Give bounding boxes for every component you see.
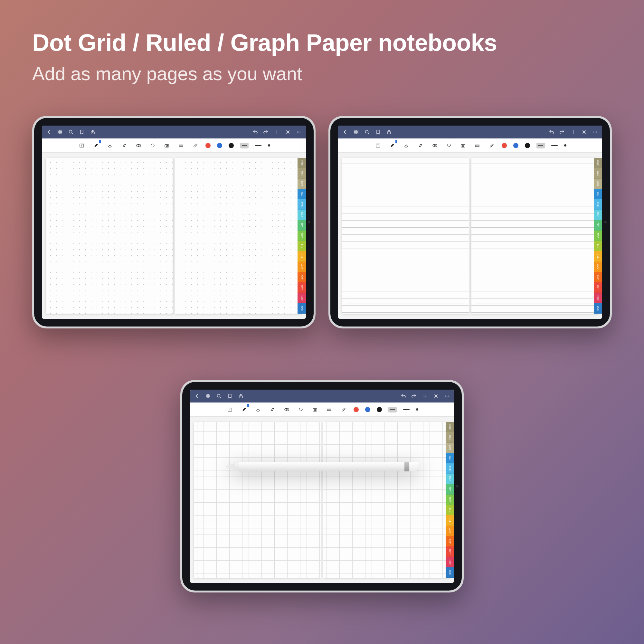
share-icon[interactable] xyxy=(386,129,392,135)
text-box-tool[interactable] xyxy=(226,406,234,413)
stroke-dot[interactable] xyxy=(268,144,270,147)
month-tab-sep[interactable]: SEP xyxy=(298,272,306,282)
month-tab-dec[interactable]: DEC xyxy=(594,303,602,314)
color-black[interactable] xyxy=(229,143,234,148)
ruler-tool[interactable] xyxy=(325,406,333,413)
ruler-tool[interactable] xyxy=(177,142,185,149)
shapes-tool[interactable] xyxy=(431,142,439,149)
add-icon[interactable] xyxy=(571,129,576,135)
redo-icon[interactable] xyxy=(560,129,565,135)
month-tab-oct[interactable]: OCT xyxy=(446,546,454,557)
month-tab-2020[interactable]: 2020 xyxy=(298,158,306,168)
month-tab-feb[interactable]: FEB xyxy=(298,199,306,210)
camera-tool[interactable] xyxy=(459,142,467,149)
camera-tool[interactable] xyxy=(311,406,319,413)
month-tab-may[interactable]: MAY xyxy=(446,495,454,505)
month-tab-dec[interactable]: DEC xyxy=(446,567,454,578)
month-tab-2022[interactable]: 2022 xyxy=(594,179,602,189)
back-icon[interactable] xyxy=(194,393,200,399)
month-tab-2021[interactable]: 2021 xyxy=(298,168,306,178)
pen-tool[interactable] xyxy=(92,142,100,149)
stroke-dot[interactable] xyxy=(564,144,566,147)
highlighter-tool[interactable] xyxy=(417,142,424,149)
month-tab-jun[interactable]: JUN xyxy=(298,241,306,251)
month-tab-nov[interactable]: NOV xyxy=(594,293,602,303)
month-tab-may[interactable]: MAY xyxy=(298,231,306,241)
eraser-tool[interactable] xyxy=(403,142,410,149)
stroke-thin[interactable] xyxy=(403,409,410,410)
month-tab-oct[interactable]: OCT xyxy=(594,282,602,293)
month-tab-jun[interactable]: JUN xyxy=(446,505,454,515)
lasso-tool[interactable] xyxy=(149,142,156,149)
color-black[interactable] xyxy=(525,143,530,148)
thumbnails-icon[interactable] xyxy=(354,129,359,135)
back-icon[interactable] xyxy=(46,129,52,135)
redo-icon[interactable] xyxy=(412,393,417,399)
bookmark-icon[interactable] xyxy=(227,393,232,399)
color-blue[interactable] xyxy=(513,143,518,148)
bookmark-icon[interactable] xyxy=(375,129,381,135)
ruler-tool[interactable] xyxy=(473,142,481,149)
page-left[interactable] xyxy=(342,158,469,314)
month-tab-jul[interactable]: JUL xyxy=(594,251,602,261)
color-red[interactable] xyxy=(354,407,359,412)
month-tab-2020[interactable]: 2020 xyxy=(446,422,454,432)
lasso-tool[interactable] xyxy=(297,406,305,413)
shapes-tool[interactable] xyxy=(283,406,290,413)
month-tab-2020[interactable]: 2020 xyxy=(594,158,602,168)
highlighter-tool[interactable] xyxy=(120,142,128,149)
month-tab-mar[interactable]: MAR xyxy=(298,210,306,220)
back-icon[interactable] xyxy=(343,129,348,135)
month-tab-feb[interactable]: FEB xyxy=(594,199,602,210)
month-tab-jul[interactable]: JUL xyxy=(446,515,454,526)
shapes-tool[interactable] xyxy=(135,142,142,149)
close-icon[interactable] xyxy=(285,129,290,135)
add-icon[interactable] xyxy=(422,393,428,399)
month-tab-2022[interactable]: 2022 xyxy=(298,179,306,189)
more-icon[interactable] xyxy=(444,393,450,399)
eraser-tool[interactable] xyxy=(254,406,262,413)
color-red[interactable] xyxy=(502,143,507,148)
undo-icon[interactable] xyxy=(401,393,406,399)
color-blue[interactable] xyxy=(365,407,370,412)
pen-tool[interactable] xyxy=(388,142,396,149)
month-tab-apr[interactable]: APR xyxy=(594,220,602,231)
month-tab-jan[interactable]: JAN xyxy=(446,453,454,463)
share-icon[interactable] xyxy=(238,393,243,399)
more-icon[interactable] xyxy=(296,129,301,135)
month-tab-2021[interactable]: 2021 xyxy=(446,432,454,442)
month-tab-feb[interactable]: FEB xyxy=(446,463,454,474)
month-tab-aug[interactable]: AUG xyxy=(298,262,306,272)
month-tab-aug[interactable]: AUG xyxy=(594,262,602,272)
month-tab-may[interactable]: MAY xyxy=(594,231,602,241)
month-tab-2021[interactable]: 2021 xyxy=(594,168,602,178)
month-tab-oct[interactable]: OCT xyxy=(298,282,306,293)
month-tab-jul[interactable]: JUL xyxy=(298,251,306,261)
text-box-tool[interactable] xyxy=(374,142,382,149)
close-icon[interactable] xyxy=(582,129,587,135)
page-left[interactable] xyxy=(194,422,321,578)
month-tab-apr[interactable]: APR xyxy=(298,220,306,231)
search-icon[interactable] xyxy=(68,129,73,135)
camera-tool[interactable] xyxy=(163,142,171,149)
month-tab-sep[interactable]: SEP xyxy=(594,272,602,282)
month-tab-sep[interactable]: SEP xyxy=(446,536,454,546)
color-blue[interactable] xyxy=(217,143,222,148)
stroke-thin[interactable] xyxy=(551,145,558,146)
brush-tool[interactable] xyxy=(488,142,495,149)
search-icon[interactable] xyxy=(365,129,370,135)
search-icon[interactable] xyxy=(216,393,222,399)
month-tab-nov[interactable]: NOV xyxy=(446,557,454,567)
undo-icon[interactable] xyxy=(252,129,258,135)
stroke-dot[interactable] xyxy=(416,408,418,411)
eraser-tool[interactable] xyxy=(106,142,114,149)
share-icon[interactable] xyxy=(90,129,95,135)
thumbnails-icon[interactable] xyxy=(57,129,62,135)
month-tab-jan[interactable]: JAN xyxy=(298,189,306,199)
undo-icon[interactable] xyxy=(549,129,554,135)
stroke-thick[interactable] xyxy=(240,143,249,148)
redo-icon[interactable] xyxy=(263,129,269,135)
page-right[interactable] xyxy=(175,158,302,314)
month-tab-nov[interactable]: NOV xyxy=(298,293,306,303)
month-tab-jun[interactable]: JUN xyxy=(594,241,602,251)
